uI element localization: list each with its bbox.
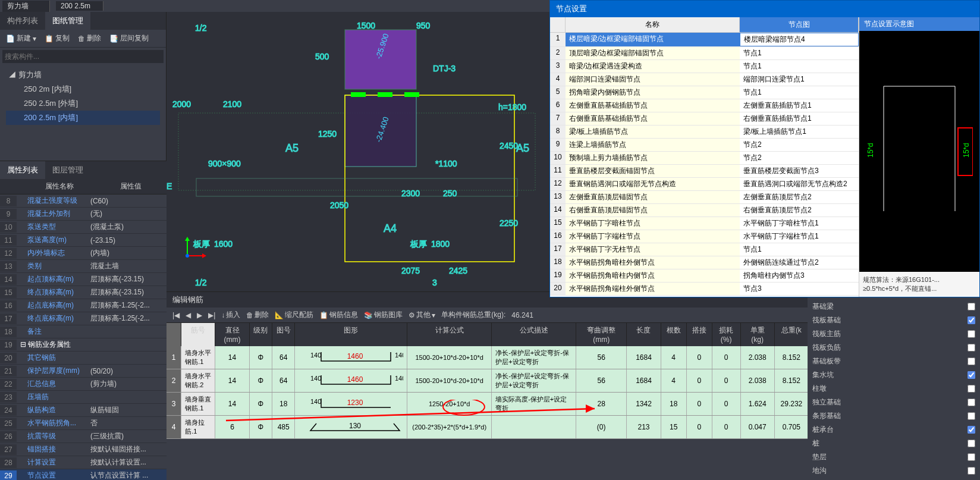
- prop-row[interactable]: 19⊟ 钢筋业务属性: [0, 338, 167, 352]
- node-row[interactable]: 4端部洞口连梁锚固节点端部洞口连梁节点1: [550, 73, 859, 86]
- other-button[interactable]: ⚙ 其他 ▾: [409, 310, 435, 320]
- visibility-checkbox[interactable]: [968, 440, 975, 447]
- visibility-item[interactable]: 地沟: [812, 464, 975, 478]
- visibility-item[interactable]: 柱墩: [812, 382, 975, 396]
- node-row[interactable]: 9连梁上墙插筋节点节点2: [550, 139, 859, 152]
- node-row[interactable]: 7右侧垂直筋基础插筋节点右侧垂直筋插筋节点1: [550, 112, 859, 126]
- tab-component-list[interactable]: 构件列表: [0, 12, 45, 30]
- prop-row[interactable]: 22汇总信息(剪力墙): [0, 378, 167, 391]
- node-row[interactable]: 17水平钢筋丁字无柱节点节点1: [550, 243, 859, 256]
- visibility-item[interactable]: 桩承台: [812, 423, 975, 437]
- rebar-info-button[interactable]: 📋 钢筋信息: [319, 310, 358, 320]
- component-item-select[interactable]: 200 2.5m: [56, 1, 103, 11]
- visibility-checkbox[interactable]: [968, 453, 975, 461]
- nav-last-icon[interactable]: ▶|: [208, 311, 215, 319]
- visibility-checkbox[interactable]: [968, 330, 975, 338]
- steel-row[interactable]: 3墙身垂直钢筋.114Φ1814012301250-20+10*d墙实际高度-保…: [167, 393, 809, 416]
- prop-row[interactable]: 11泵送高度(m)(-23.15): [0, 234, 167, 247]
- search-input[interactable]: [2, 50, 164, 63]
- visibility-checkbox[interactable]: [968, 426, 975, 434]
- prop-row[interactable]: 8混凝土强度等级(C60): [0, 194, 167, 208]
- prop-row[interactable]: 26抗震等级(三级抗震): [0, 430, 167, 443]
- prop-row[interactable]: 16起点底标高(m)层顶标高-1.25(-2...: [0, 299, 167, 312]
- visibility-item[interactable]: 筏板负筋: [812, 341, 975, 354]
- tree-root[interactable]: ◢ 剪力墙: [6, 68, 160, 82]
- nav-prev-icon[interactable]: ◀: [186, 311, 191, 319]
- node-row[interactable]: 16水平钢筋丁字端柱节点水平钢筋丁字端柱节点1: [550, 230, 859, 243]
- visibility-item[interactable]: 基础板带: [812, 354, 975, 368]
- prop-row[interactable]: 29节点设置认节点设置计算 ...: [0, 469, 167, 480]
- component-type-select[interactable]: 剪力墙: [2, 1, 50, 12]
- tab-drawing-mgmt[interactable]: 图纸管理: [45, 12, 90, 30]
- svg-text:A5: A5: [516, 142, 529, 154]
- rebar-lib-button[interactable]: 📚 钢筋图库: [364, 310, 403, 320]
- visibility-checkbox[interactable]: [968, 399, 975, 406]
- prop-row[interactable]: 20其它钢筋: [0, 352, 167, 365]
- scale-button[interactable]: 📐 缩尺配筋: [275, 310, 313, 320]
- visibility-item[interactable]: 筏板主筋: [812, 327, 975, 341]
- visibility-item[interactable]: 桩: [812, 437, 975, 450]
- node-row[interactable]: 10预制墙上剪力墙插筋节点节点2: [550, 152, 859, 165]
- prop-row[interactable]: 21保护层厚度(mm)(50/20): [0, 365, 167, 378]
- tree-item[interactable]: 200 2.5m [内墙]: [6, 111, 160, 125]
- prop-row[interactable]: 23压墙筋: [0, 391, 167, 404]
- steel-row[interactable]: 4墙身拉筋.16Φ485130(200-2*35)+2*(5*d+1.9*d)(…: [167, 416, 809, 439]
- node-row[interactable]: 3暗梁/边框梁遇连梁构造节点1: [550, 60, 859, 73]
- visibility-checkbox[interactable]: [968, 412, 975, 420]
- visibility-checkbox[interactable]: [968, 303, 975, 310]
- insert-button[interactable]: ↓ 插入: [221, 310, 240, 320]
- visibility-checkbox[interactable]: [968, 385, 975, 393]
- prop-row[interactable]: 10泵送类型(混凝土泵): [0, 221, 167, 234]
- node-row[interactable]: 11垂直筋楼层变截面锚固节点垂直筋楼层变截面节点3: [550, 165, 859, 178]
- node-row[interactable]: 18水平钢筋拐角暗柱外侧节点外侧钢筋连续通过节点2: [550, 256, 859, 269]
- visibility-checkbox[interactable]: [968, 316, 975, 324]
- nav-first-icon[interactable]: |◀: [172, 311, 180, 319]
- visibility-item[interactable]: 基础梁: [812, 300, 975, 313]
- node-row[interactable]: 2顶层暗梁/边框梁端部锚固节点节点1: [550, 47, 859, 60]
- cad-viewport[interactable]: 1500950 500900×900 *1100 DTJ-3 20002100 …: [167, 12, 549, 291]
- node-row[interactable]: 5拐角暗梁内侧钢筋节点节点1: [550, 86, 859, 99]
- prop-row[interactable]: 25水平钢筋拐角...否: [0, 417, 167, 430]
- node-row[interactable]: 8梁/板上墙插筋节点梁/板上墙插筋节点1: [550, 126, 859, 139]
- steel-row[interactable]: 2墙身水平钢筋.214Φ6414014601401500-20+10*d-20+…: [167, 369, 809, 393]
- node-row[interactable]: 6左侧垂直筋基础插筋节点左侧垂直筋插筋节点1: [550, 99, 859, 112]
- node-row[interactable]: 12垂直钢筋遇洞口或端部无节点构造垂直筋遇洞口或端部无节点构造2: [550, 178, 859, 191]
- new-button[interactable]: 📄 新建 ▾: [4, 32, 39, 45]
- visibility-checkbox[interactable]: [968, 344, 975, 352]
- prop-row[interactable]: 27锚固搭接按默认锚固搭接...: [0, 443, 167, 456]
- prop-row[interactable]: 28计算设置按默认计算设置...: [0, 456, 167, 469]
- layer-copy-button[interactable]: 📑 层间复制: [107, 32, 151, 45]
- node-row[interactable]: 15水平钢筋丁字暗柱节点水平钢筋丁字暗柱节点1: [550, 217, 859, 230]
- visibility-item[interactable]: 独立基础: [812, 396, 975, 409]
- visibility-item[interactable]: 筏板基础: [812, 313, 975, 327]
- prop-row[interactable]: 13类别混凝土墙: [0, 260, 167, 273]
- visibility-checkbox[interactable]: [968, 371, 975, 379]
- node-row[interactable]: 20水平钢筋拐角端柱外侧节点节点3: [550, 283, 859, 296]
- visibility-item[interactable]: 条形基础: [812, 409, 975, 423]
- prop-row[interactable]: 12内/外墙标志(内墙): [0, 247, 167, 260]
- prop-row[interactable]: 17终点底标高(m)层顶标高-1.25(-2...: [0, 312, 167, 325]
- visibility-checkbox[interactable]: [968, 357, 975, 365]
- visibility-item[interactable]: 集水坑: [812, 368, 975, 382]
- tab-layer-mgmt[interactable]: 图层管理: [45, 161, 90, 179]
- node-row[interactable]: 19水平钢筋拐角暗柱内侧节点拐角暗柱内侧节点3: [550, 269, 859, 283]
- node-row[interactable]: 1楼层暗梁/边框梁端部锚固节点楼层暗梁端部节点4: [550, 33, 859, 47]
- prop-row[interactable]: 9混凝土外加剂(无): [0, 208, 167, 221]
- copy-button[interactable]: 📋 复制: [42, 32, 72, 45]
- node-row[interactable]: 13左侧垂直筋顶层锚固节点左侧垂直筋顶层节点2: [550, 191, 859, 204]
- steel-row[interactable]: 1墙身水平钢筋.114Φ6414014601401500-20+10*d-20+…: [167, 346, 809, 369]
- prop-row[interactable]: 14起点顶标高(m)层顶标高(-23.15): [0, 273, 167, 286]
- prop-row[interactable]: 15终点顶标高(m)层顶标高(-23.15): [0, 286, 167, 299]
- prop-row[interactable]: 24纵筋构造纵筋锚固: [0, 404, 167, 417]
- tree-item[interactable]: 250 2.5m [外墙]: [6, 96, 160, 111]
- node-row[interactable]: 14右侧垂直筋顶层锚固节点右侧垂直筋顶层节点2: [550, 204, 859, 217]
- tab-props[interactable]: 属性列表: [0, 161, 45, 179]
- visibility-checkbox[interactable]: [968, 467, 975, 475]
- svg-text:3: 3: [432, 278, 437, 287]
- prop-row[interactable]: 18备注: [0, 325, 167, 338]
- nav-next-icon[interactable]: ▶: [197, 311, 202, 319]
- visibility-item[interactable]: 垫层: [812, 450, 975, 464]
- tree-item[interactable]: 250 2m [内墙]: [6, 82, 160, 96]
- delete-rebar-button[interactable]: 🗑 删除: [246, 310, 269, 320]
- delete-button[interactable]: 🗑 删除: [76, 32, 103, 45]
